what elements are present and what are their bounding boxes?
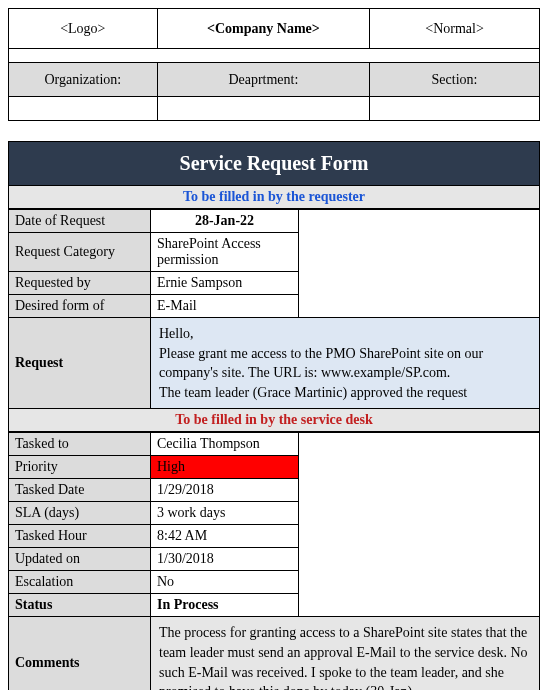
department-label: Deaprtment: <box>157 63 369 97</box>
date-of-request-value: 28-Jan-22 <box>151 210 299 233</box>
tasked-date-value: 1/29/2018 <box>151 479 299 502</box>
organization-value <box>9 97 158 121</box>
status-label: Status <box>9 594 151 617</box>
service-table: Tasked to Cecilia Thompson Priority High… <box>8 432 540 690</box>
request-category-value: SharePoint Access permission <box>151 233 299 272</box>
escalation-value: No <box>151 571 299 594</box>
comments-label: Comments <box>9 617 151 690</box>
section-value <box>370 97 540 121</box>
department-value <box>157 97 369 121</box>
date-of-request-label: Date of Request <box>9 210 151 233</box>
empty-right-2 <box>299 433 540 617</box>
requested-by-value: Ernie Sampson <box>151 272 299 295</box>
requester-section-header: To be filled in by the requester <box>8 186 540 209</box>
tasked-hour-value: 8:42 AM <box>151 525 299 548</box>
sla-value: 3 work days <box>151 502 299 525</box>
empty-right <box>299 210 540 318</box>
request-label: Request <box>9 318 151 409</box>
requester-table: Date of Request 28-Jan-22 Request Catego… <box>8 209 540 409</box>
updated-on-label: Updated on <box>9 548 151 571</box>
request-value: Hello,Please grant me access to the PMO … <box>151 318 540 409</box>
desired-form-label: Desired form of <box>9 295 151 318</box>
tasked-date-label: Tasked Date <box>9 479 151 502</box>
priority-value: High <box>151 456 299 479</box>
section-label: Section: <box>370 63 540 97</box>
escalation-label: Escalation <box>9 571 151 594</box>
priority-label: Priority <box>9 456 151 479</box>
tasked-to-label: Tasked to <box>9 433 151 456</box>
tasked-hour-label: Tasked Hour <box>9 525 151 548</box>
status-value: In Process <box>151 594 299 617</box>
tasked-to-value: Cecilia Thompson <box>151 433 299 456</box>
spacer <box>9 49 540 63</box>
normal-cell: <Normal> <box>370 9 540 49</box>
company-name-cell: <Company Name> <box>157 9 369 49</box>
letterhead-table: <Logo> <Company Name> <Normal> Organizat… <box>8 8 540 121</box>
requested-by-label: Requested by <box>9 272 151 295</box>
logo-cell: <Logo> <box>9 9 158 49</box>
form-title: Service Request Form <box>8 141 540 186</box>
updated-on-value: 1/30/2018 <box>151 548 299 571</box>
desired-form-value: E-Mail <box>151 295 299 318</box>
comments-value: The process for granting access to a Sha… <box>151 617 540 690</box>
service-section-header: To be filled in by the service desk <box>8 409 540 432</box>
sla-label: SLA (days) <box>9 502 151 525</box>
request-category-label: Request Category <box>9 233 151 272</box>
organization-label: Organization: <box>9 63 158 97</box>
